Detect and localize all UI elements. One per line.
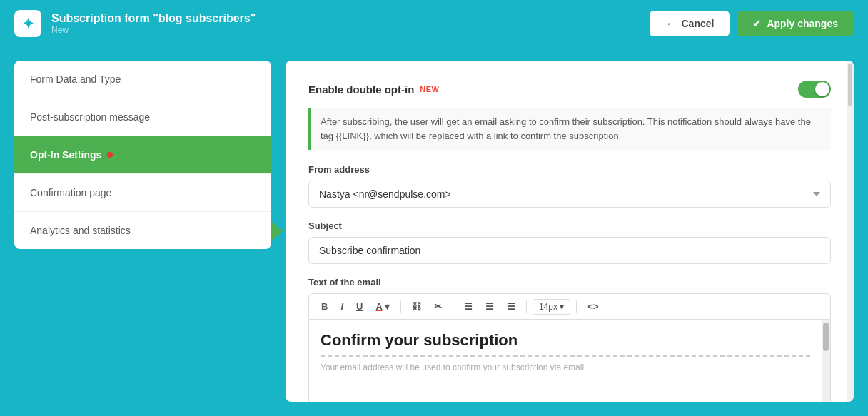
double-optin-toggle[interactable] [798,81,831,98]
link-button[interactable]: ⛓ [407,298,426,315]
email-preview-title: Confirm your subscription [321,331,810,357]
sidebar-item-label-confirmation: Confirmation page [30,187,111,198]
toggle-thumb [815,82,829,96]
info-text: After subscribing, the user will get an … [321,116,811,141]
bold-button[interactable]: B [316,298,333,315]
underline-button[interactable]: U [351,298,368,315]
sidebar-wrapper: Form Data and Type Post-subscription mes… [14,61,271,402]
align-center-button[interactable]: ☰ [480,298,499,315]
info-box: After subscribing, the user will get an … [308,108,831,150]
align-left-icon: ☰ [464,301,473,312]
double-optin-label: Enable double opt-in [308,83,414,96]
toolbar-sep-2 [453,300,453,313]
code-button[interactable]: <> [582,298,603,315]
topbar-actions: ← Cancel ✔ Apply changes [650,11,854,36]
editor-scrollbar-thumb [823,323,829,351]
editor-toolbar: B I U A ▾ ⛓ ✂ ☰ ☰ ☰ [308,293,831,319]
cancel-button[interactable]: ← Cancel [650,11,730,36]
chevron-down-icon: ▾ [385,301,390,312]
sidebar-active-arrow [271,221,283,241]
editor-area[interactable]: Confirm your subscription Your email add… [308,319,831,402]
toolbar-sep-4 [576,300,577,313]
subject-label: Subject [308,220,831,231]
font-color-icon: A [375,301,382,312]
font-size-dropdown[interactable]: 14px ▾ [533,299,570,315]
editor-scrollbar[interactable] [822,320,830,402]
align-center-icon: ☰ [485,301,494,312]
content-scrollbar-thumb [848,64,852,106]
double-optin-row: Enable double opt-in NEW [308,81,831,98]
align-right-icon: ☰ [507,301,515,312]
new-badge: NEW [420,85,439,93]
apply-label: Apply changes [767,18,838,29]
subject-input[interactable] [308,237,831,264]
toolbar-sep-1 [400,300,401,313]
font-color-button[interactable]: A ▾ [370,298,395,315]
code-icon: <> [587,301,598,312]
unlink-icon: ✂ [434,301,442,312]
double-optin-label-area: Enable double opt-in NEW [308,83,440,96]
toolbar-sep-3 [526,300,527,313]
opt-in-dot-indicator [107,152,113,158]
sidebar-item-label-post-subscription: Post-subscription message [30,111,150,123]
logo-icon: ✦ [22,15,34,32]
font-size-chevron: ▾ [560,302,564,312]
apply-check-icon: ✔ [752,18,761,29]
page-subtitle: New [51,25,256,35]
from-address-label: From address [308,164,831,175]
link-icon: ⛓ [412,301,421,312]
email-preview-subtitle: Your email address will be used to confi… [321,362,810,372]
sidebar-item-confirmation[interactable]: Confirmation page [14,174,271,212]
sidebar-item-label-analytics: Analytics and statistics [30,225,131,236]
topbar: ✦ Subscription form "blog subscribers" N… [0,0,868,46]
topbar-left: ✦ Subscription form "blog subscribers" N… [14,10,256,37]
sidebar-item-analytics[interactable]: Analytics and statistics [14,212,271,249]
cancel-arrow-icon: ← [665,18,675,29]
sidebar-item-opt-in[interactable]: Opt-In Settings [14,136,271,174]
sidebar-item-post-subscription[interactable]: Post-subscription message [14,98,271,136]
sidebar: Form Data and Type Post-subscription mes… [14,61,271,249]
align-right-button[interactable]: ☰ [502,298,520,315]
email-text-label: Text of the email [308,277,831,288]
editor-content: Confirm your subscription Your email add… [309,320,830,384]
align-left-button[interactable]: ☰ [459,298,478,315]
logo-box: ✦ [14,10,41,37]
cancel-label: Cancel [681,18,714,29]
unlink-button[interactable]: ✂ [429,298,447,315]
apply-changes-button[interactable]: ✔ Apply changes [737,11,854,36]
main-content: Form Data and Type Post-subscription mes… [0,46,868,416]
sidebar-item-form-data[interactable]: Form Data and Type [14,61,271,98]
title-area: Subscription form "blog subscribers" New [51,12,256,35]
sidebar-item-label-opt-in: Opt-In Settings [30,149,101,161]
page-title: Subscription form "blog subscribers" [51,12,256,25]
italic-button[interactable]: I [335,298,348,315]
content-panel: Enable double opt-in NEW After subscribi… [286,61,854,402]
content-scrollbar[interactable] [847,61,854,402]
from-address-select[interactable]: Nastya <nr@sendpulse.com> [308,181,831,208]
font-size-value: 14px [539,302,557,312]
sidebar-item-label-form-data: Form Data and Type [30,73,121,85]
